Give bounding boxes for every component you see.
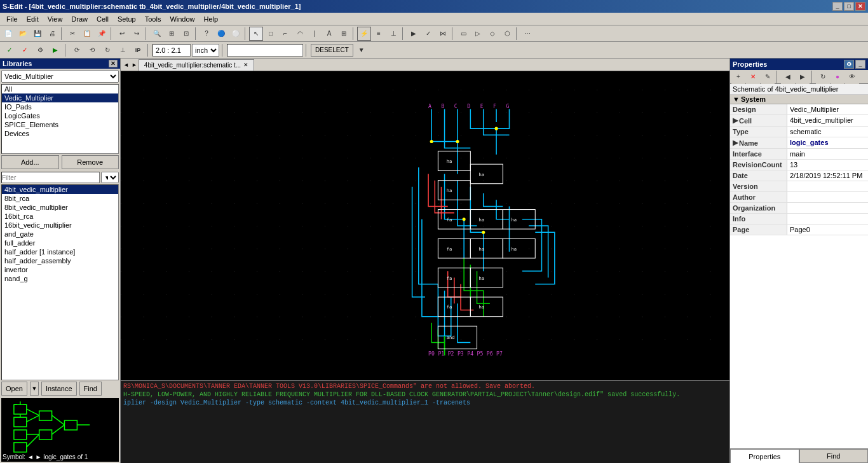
cell-and-gate[interactable]: and_gate xyxy=(2,230,118,238)
tb2-dropdown[interactable]: ▼ xyxy=(355,43,369,57)
tb-text[interactable]: A xyxy=(322,27,336,41)
tab-close-icon[interactable]: ✕ xyxy=(243,62,248,68)
open-cell-btn[interactable]: Open xyxy=(1,382,27,396)
remove-library-btn[interactable]: Remove xyxy=(62,155,119,169)
menu-help[interactable]: Help xyxy=(200,14,222,24)
tb-arc[interactable]: ◠ xyxy=(293,27,307,41)
symbol-nav-left[interactable]: ◄ xyxy=(27,453,34,460)
filter-dropdown[interactable]: ▼ xyxy=(101,172,119,183)
tb-undo[interactable]: ↩ xyxy=(115,27,129,41)
tb-check[interactable]: ✓ xyxy=(421,27,435,41)
prop-tb-eye[interactable]: 👁 xyxy=(845,70,859,84)
menu-window[interactable]: Window xyxy=(166,14,198,24)
cell-4bit-vedic[interactable]: 4bit_vedic_multiplier xyxy=(2,185,118,194)
lib-item-all[interactable]: All xyxy=(2,85,118,93)
tb-save[interactable]: 💾 xyxy=(31,27,44,41)
menu-cell[interactable]: Cell xyxy=(93,14,112,24)
tb-wire[interactable]: ⚡ xyxy=(357,27,371,41)
tb2-arrow2[interactable]: ⟲ xyxy=(85,43,99,57)
tb-paste[interactable]: 📌 xyxy=(95,27,109,41)
cell-16bit-vedic[interactable]: 16bit_vedic_multiplier xyxy=(2,221,118,230)
cell-half-adder[interactable]: half_adder [1 instance] xyxy=(2,247,118,256)
tb-copy[interactable]: 📋 xyxy=(80,27,94,41)
lib-item-iopads[interactable]: IO_Pads xyxy=(2,102,118,111)
tab-properties[interactable]: Properties xyxy=(730,449,799,463)
tb-select[interactable]: ↖ xyxy=(249,27,263,41)
tb-print[interactable]: 🖨 xyxy=(45,27,59,41)
menu-view[interactable]: View xyxy=(44,14,67,24)
tb-shape4[interactable]: ⬡ xyxy=(500,27,514,41)
menu-edit[interactable]: Edit xyxy=(23,14,43,24)
prop-tb-color[interactable]: ● xyxy=(831,70,844,84)
tb-zoom-in[interactable]: 🔍 xyxy=(150,27,164,41)
tb2-play[interactable]: ▶ xyxy=(48,43,62,57)
library-dropdown[interactable]: Vedic_Multiplier xyxy=(1,70,119,83)
tb-net[interactable]: ⋈ xyxy=(436,27,450,41)
prop-tb-refresh[interactable]: ↻ xyxy=(816,70,830,84)
tb-poly[interactable]: ⌐ xyxy=(278,27,292,41)
cell-full-adder[interactable]: full_adder xyxy=(2,238,118,247)
tb-bus[interactable]: ≡ xyxy=(372,27,386,41)
tab-find[interactable]: Find xyxy=(799,449,869,463)
prop-tb-nav2[interactable]: ▶ xyxy=(796,70,810,84)
prop-tb-edit[interactable]: ✎ xyxy=(761,70,775,84)
open-cell-arrow[interactable]: ▼ xyxy=(30,382,39,396)
tb2-ip[interactable]: IP xyxy=(131,43,145,57)
cell-nand-g[interactable]: nand_g xyxy=(2,274,118,283)
tb-shape3[interactable]: ◇ xyxy=(485,27,499,41)
maximize-btn[interactable]: □ xyxy=(844,2,854,11)
lib-item-devices[interactable]: Devices xyxy=(2,129,118,138)
tb-shape1[interactable]: ▭ xyxy=(456,27,470,41)
tb2-check-red[interactable]: ✓ xyxy=(18,43,32,57)
lib-item-vedic[interactable]: Vedic_Multiplier xyxy=(2,93,118,102)
tb-probe[interactable]: 🔵 xyxy=(214,27,228,41)
tb2-check-green[interactable]: ✓ xyxy=(3,43,17,57)
library-list[interactable]: All Vedic_Multiplier IO_Pads LogicGates … xyxy=(1,84,119,154)
lib-item-spice[interactable]: SPICE_Elements xyxy=(2,120,118,129)
tb-zoom-fit[interactable]: ⊞ xyxy=(165,27,179,41)
prop-min-btn[interactable]: _ xyxy=(855,60,865,69)
close-btn[interactable]: ✕ xyxy=(855,2,865,11)
libraries-close-btn[interactable]: ✕ xyxy=(109,60,118,67)
canvas-tab-item[interactable]: 4bit_vedic_multiplier:schematic t... ✕ xyxy=(139,59,254,71)
prop-tb-delete[interactable]: ✕ xyxy=(746,70,760,84)
schematic-canvas[interactable]: // Will be generated via JS below xyxy=(121,71,729,380)
tab-nav-left[interactable]: ◄ xyxy=(122,62,130,68)
prop-tb-add[interactable]: + xyxy=(731,70,745,84)
lib-item-logicgates[interactable]: LogicGates xyxy=(2,111,118,120)
tb-redo[interactable]: ↪ xyxy=(130,27,144,41)
tb-line[interactable]: | xyxy=(308,27,322,41)
tb2-arrow1[interactable]: ⟳ xyxy=(70,43,84,57)
tb-grid[interactable]: ⊞ xyxy=(337,27,351,41)
filter-input[interactable] xyxy=(1,172,100,183)
system-section-header[interactable]: ▼ System xyxy=(730,95,868,104)
tb-more[interactable]: ⋯ xyxy=(520,27,534,41)
menu-file[interactable]: File xyxy=(3,14,22,24)
tb2-arrow4[interactable]: ⊥ xyxy=(116,43,130,57)
tb-zoom-sel[interactable]: ⊡ xyxy=(179,27,193,41)
tab-nav-right[interactable]: ► xyxy=(130,62,139,68)
cell-8bit-vedic[interactable]: 8bit_vedic_multiplier xyxy=(2,203,118,212)
instance-cell-btn[interactable]: Instance xyxy=(41,382,77,396)
prop-settings-btn[interactable]: ⚙ xyxy=(844,60,854,69)
unit-select[interactable]: inch mm um xyxy=(192,44,219,57)
cell-invertor[interactable]: invertor xyxy=(2,265,118,274)
add-library-btn[interactable]: Add... xyxy=(1,155,59,169)
cell-half-adder-asm[interactable]: half_adder_assembly xyxy=(2,256,118,265)
cell-16bit-rca[interactable]: 16bit_rca xyxy=(2,212,118,221)
tb-circle[interactable]: ⚪ xyxy=(229,27,243,41)
menu-tools[interactable]: Tools xyxy=(141,14,165,24)
menu-setup[interactable]: Setup xyxy=(114,14,140,24)
find-cell-btn[interactable]: Find xyxy=(79,382,102,396)
cell-list[interactable]: 4bit_vedic_multiplier 8bit_rca 8bit_vedi… xyxy=(1,184,119,380)
tb2-settings[interactable]: ⚙ xyxy=(33,43,47,57)
menu-draw[interactable]: Draw xyxy=(67,14,92,24)
tb-cut[interactable]: ✂ xyxy=(65,27,79,41)
tb2-arrow3[interactable]: ↻ xyxy=(100,43,114,57)
tb-open[interactable]: 📂 xyxy=(16,27,30,41)
tb-rect[interactable]: □ xyxy=(264,27,278,41)
deselect-button[interactable]: DESELECT xyxy=(311,44,353,57)
prop-tb-nav1[interactable]: ◀ xyxy=(781,70,795,84)
cell-8bit-rca[interactable]: 8bit_rca xyxy=(2,194,118,203)
tb-shape2[interactable]: ▷ xyxy=(471,27,485,41)
